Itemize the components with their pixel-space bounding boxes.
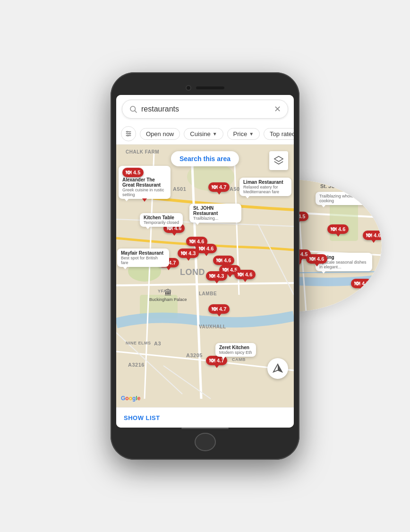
callout-alexander[interactable]: 🍽 4.5 Alexander The Great Restaurant Gre… <box>119 166 171 199</box>
restaurant-icon: 🍽 <box>309 256 315 262</box>
restaurant-icon: 🍽 <box>189 238 195 245</box>
landmark-label: Buckingham Palace <box>149 297 187 302</box>
google-logo: Google <box>121 395 140 402</box>
phone-speaker <box>196 86 224 89</box>
screen-content: restaurants ✕ <box>116 95 294 428</box>
restaurant-icon: 🍽 <box>212 184 217 190</box>
callout-mayfair-desc: Best spot for British fare <box>121 256 165 265</box>
callout-mayfair[interactable]: Mayfair Restaurant Best spot for British… <box>117 249 169 267</box>
restaurant-icon: 🍽 <box>212 306 217 312</box>
pin-c6-rating: 4.3 <box>217 273 224 279</box>
phone-frame: restaurants ✕ <box>111 72 299 460</box>
pin-c7-rating: 4.6 <box>245 272 252 277</box>
home-button[interactable] <box>195 433 216 451</box>
callout-liman-desc: Relaxed eatery for Mediterranean fare <box>243 185 288 194</box>
filter-icon-button[interactable] <box>121 126 136 141</box>
callout-kitchen[interactable]: Kitchen Table Temporarily closed <box>140 213 183 227</box>
search-input[interactable]: restaurants <box>141 105 270 113</box>
ellipse-pin-8[interactable]: 🍽 4.7 <box>351 279 372 288</box>
pin-south[interactable]: 🍽 4.7 <box>208 304 230 314</box>
pin-south-rating: 4.7 <box>219 306 226 312</box>
callout-zeret[interactable]: Zeret Kitchen Modern spicy Eth <box>215 343 256 357</box>
pin-cluster-3[interactable]: 🍽 4.3 <box>178 249 199 258</box>
filter-top-rated[interactable]: Top rated <box>264 128 294 140</box>
svg-marker-30 <box>274 156 283 162</box>
pin-alexander: 🍽 4.5 <box>122 168 144 177</box>
pin-alexander-rating: 4.5 <box>133 170 140 175</box>
svg-point-8 <box>130 106 136 112</box>
restaurant-icon: 🍽 <box>238 271 243 278</box>
svg-point-14 <box>129 133 130 135</box>
pin-liman[interactable]: 🍽 4.7 <box>208 182 230 192</box>
search-icon <box>129 105 137 113</box>
pin-mayfair-rating: 4.7 <box>169 260 176 266</box>
pin-cluster-4[interactable]: 🍽 4.6 <box>213 256 234 265</box>
svg-point-15 <box>127 135 128 137</box>
pin-c4-rating: 4.6 <box>224 257 231 263</box>
pin-cluster-7[interactable]: 🍽 4.6 <box>234 270 256 279</box>
palace-icon: 🏛 <box>149 289 187 297</box>
restaurant-icon: 🍽 <box>199 245 205 252</box>
callout-kitchen-name: Kitchen Table <box>144 215 179 220</box>
pin-liman-rating: 4.7 <box>219 184 226 190</box>
restaurant-icon: 🍽 <box>354 280 360 287</box>
restaurant-icon: 🍽 <box>331 226 336 232</box>
restaurant-icon: 🍽 <box>126 169 131 176</box>
filter-price[interactable]: Price ▼ <box>227 128 260 140</box>
ellipse-stjohn-callout: Trailblazing whole animal cooking <box>316 192 372 205</box>
pin-c3-rating: 4.3 <box>188 250 196 256</box>
callout-kitchen-desc: Temporarily closed <box>144 220 179 225</box>
svg-point-13 <box>127 131 128 133</box>
price-arrow: ▼ <box>249 131 254 137</box>
ellipse-stjohn-desc: Trailblazing whole animal cooking <box>319 194 368 203</box>
callout-stjohn-desc: Trailblazing... <box>193 216 238 221</box>
phone-camera <box>186 85 191 91</box>
home-indicator <box>181 428 229 429</box>
landmark-buckingham: 🏛 Buckingham Palace <box>149 289 187 302</box>
svg-line-9 <box>135 111 137 112</box>
restaurant-icon: 🍽 <box>181 250 187 257</box>
cuisine-arrow: ▼ <box>213 131 217 137</box>
svg-rect-7 <box>330 203 358 241</box>
show-list-button[interactable]: SHOW LIST <box>124 414 160 421</box>
ellipse-pin-3-rating: 4.6 <box>374 232 381 238</box>
phone-top-bar <box>116 81 294 95</box>
ellipse-pin-8-rating: 4.7 <box>362 281 369 286</box>
map-area[interactable]: A501 A501 A3 A3205 A3216 CHALK FARM Lond… <box>116 145 294 407</box>
restaurant-icon: 🍽 <box>209 357 215 364</box>
pin-c2-rating: 4.6 <box>206 246 214 251</box>
layers-icon <box>273 155 284 166</box>
callout-zeret-name: Zeret Kitchen <box>219 345 252 350</box>
search-area-button[interactable]: Search this area <box>171 151 239 166</box>
filter-open-now[interactable]: Open now <box>140 128 180 140</box>
clear-button[interactable]: ✕ <box>274 104 281 114</box>
restaurant-icon: 🍽 <box>366 232 372 239</box>
callout-mayfair-name: Mayfair Restaurant <box>121 250 165 256</box>
navigation-icon <box>273 363 283 374</box>
location-button[interactable] <box>267 358 288 379</box>
search-bar[interactable]: restaurants ✕ <box>122 100 288 119</box>
callout-stjohn[interactable]: St. JOHN Restaurant Trailblazing... <box>189 204 241 223</box>
callout-liman-name: Liman Restaurant <box>243 180 288 185</box>
callout-alexander-desc: Greek cuisine in rustic setting <box>122 188 167 197</box>
ellipse-pin-7-rating: 4.6 <box>317 256 324 262</box>
ellipse-pin-7[interactable]: 🍽 4.6 <box>306 254 327 264</box>
callout-liman[interactable]: Liman Restaurant Relaxed eatery for Medi… <box>239 178 291 196</box>
restaurant-icon: 🍽 <box>209 273 215 279</box>
phone-bottom-bar <box>116 428 294 451</box>
sliders-icon <box>125 130 132 137</box>
layer-button[interactable] <box>269 151 288 170</box>
ellipse-pin-2-rating: 4.6 <box>338 226 345 232</box>
pin-cluster-6[interactable]: 🍽 4.3 <box>206 271 227 281</box>
restaurant-icon: 🍽 <box>216 257 222 264</box>
callout-alexander-name: Alexander The Great Restaurant <box>122 177 167 188</box>
ellipse-pin-2[interactable]: 🍽 4.6 <box>327 224 349 234</box>
search-bar-container: restaurants ✕ <box>116 95 294 123</box>
callout-zeret-desc: Modern spicy Eth <box>219 350 252 355</box>
ellipse-pin-3[interactable]: 🍽 4.6 <box>363 231 382 240</box>
phone-screen: restaurants ✕ <box>116 95 294 428</box>
callout-stjohn-name: St. JOHN Restaurant <box>193 206 238 216</box>
filter-bar: Open now Cuisine ▼ Price ▼ Top rated <box>116 123 294 145</box>
filter-cuisine[interactable]: Cuisine ▼ <box>184 128 223 140</box>
scene: St. JOHN Res... Trailblazing whole anima… <box>0 0 410 532</box>
